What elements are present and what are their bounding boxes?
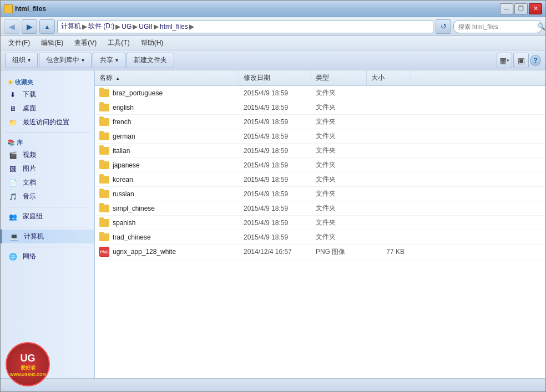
file-name-cell: trad_chinese [95,231,239,243]
folder-icon [99,233,109,241]
search-input[interactable] [458,23,535,30]
documents-icon: 📄 [7,179,18,187]
share-button[interactable]: 共享 ▾ [93,53,125,68]
file-rows: braz_portuguese 2015/4/9 18:59 文件夹 engli… [95,86,545,259]
file-name-cell: spanish [95,217,239,229]
forward-button[interactable]: ▶ [22,19,37,34]
sidebar-item-network[interactable]: 🌐 网络 [1,250,94,263]
new-folder-label: 新建文件夹 [134,55,167,65]
file-type-cell: PNG 图像 [311,245,367,259]
table-row[interactable]: german 2015/4/9 18:59 文件夹 [95,129,545,144]
file-date-cell: 2015/4/9 18:59 [239,174,311,186]
folder-icon [99,205,109,212]
file-size-cell: 77 KB [367,246,411,258]
file-name-cell: german [95,130,239,142]
recent-icon: 📁 [7,118,18,127]
restore-button[interactable]: ❐ [514,3,528,14]
sidebar-item-video[interactable]: 🎬 视频 [1,148,94,162]
menu-tools[interactable]: 工具(T) [102,36,135,50]
sidebar-documents-label: 文档 [23,178,36,187]
col-size-label: 大小 [371,74,385,82]
sidebar-network-label: 网络 [23,252,36,261]
col-header-size[interactable]: 大小 [367,70,411,85]
file-size-cell [367,192,411,196]
table-row[interactable]: french 2015/4/9 18:59 文件夹 [95,115,545,129]
window: html_files ─ ❐ ✕ ◀ ▶ ▲ 计算机 ▶ 软件 (D:) ▶ U… [0,0,546,392]
preview-pane-button[interactable]: ▣ [513,53,529,68]
organize-button[interactable]: 组织 ▾ [5,53,38,68]
folder-icon [99,219,109,227]
menu-bar: 文件(F) 编辑(E) 查看(V) 工具(T) 帮助(H) [1,36,545,50]
file-name: korean [113,176,133,184]
table-row[interactable]: japanese 2015/4/9 18:59 文件夹 [95,158,545,172]
sidebar-item-pictures[interactable]: 🖼 图片 [1,162,94,176]
table-row[interactable]: korean 2015/4/9 18:59 文件夹 [95,172,545,187]
title-folder-icon [4,4,13,13]
file-name-cell: french [95,116,239,128]
help-button[interactable]: ? [530,55,541,66]
table-row[interactable]: PNG ugnx_app_128_white 2014/12/4 16:57 P… [95,245,545,259]
sidebar-network-section: 🌐 网络 [1,250,94,263]
table-row[interactable]: simpl_chinese 2015/4/9 18:59 文件夹 [95,201,545,216]
file-name: english [113,104,134,111]
folder-icon [99,89,109,97]
table-row[interactable]: spanish 2015/4/9 18:59 文件夹 [95,216,545,230]
sidebar-favorites-title: ★ 收藏夹 [1,75,94,88]
table-row[interactable]: russian 2015/4/9 18:59 文件夹 [95,187,545,201]
path-ugii[interactable]: UGII [139,23,153,30]
menu-help[interactable]: 帮助(H) [135,36,169,50]
folder-icon [99,133,109,140]
folder-icon [99,176,109,184]
file-type-cell: 文件夹 [311,201,367,215]
path-ug[interactable]: UG [122,23,132,30]
sidebar-item-homegroup[interactable]: 👥 家庭组 [1,210,94,223]
view-details-dropdown-button[interactable]: ▦ ▾ [497,53,512,68]
file-size-cell [367,206,411,211]
table-row[interactable]: braz_portuguese 2015/4/9 18:59 文件夹 [95,86,545,100]
table-row[interactable]: italian 2015/4/9 18:59 文件夹 [95,144,545,158]
refresh-button[interactable]: ↺ [436,19,451,34]
table-row[interactable]: trad_chinese 2015/4/9 18:59 文件夹 [95,230,545,245]
file-name-cell: english [95,101,239,114]
sidebar-item-desktop[interactable]: 🖥 桌面 [1,101,94,115]
include-library-button[interactable]: 包含到库中 ▾ [39,53,92,68]
menu-file[interactable]: 文件(F) [3,36,36,50]
col-header-name[interactable]: 名称 ▲ [95,70,239,85]
address-path[interactable]: 计算机 ▶ 软件 (D:) ▶ UG ▶ UGII ▶ html_files ▶ [57,20,433,33]
close-button[interactable]: ✕ [529,3,542,14]
file-type-cell: 文件夹 [311,216,367,230]
title-bar: html_files ─ ❐ ✕ [1,1,545,17]
file-size-cell [367,134,411,139]
minimize-button[interactable]: ─ [500,3,513,14]
sidebar-homegroup-section: 👥 家庭组 [1,210,94,223]
back-button[interactable]: ◀ [4,19,19,34]
path-drive[interactable]: 软件 (D:) [88,22,114,31]
up-button[interactable]: ▲ [39,19,55,34]
sidebar-library-title: 📚 库 [1,135,94,148]
sidebar-item-downloads[interactable]: ⬇ 下载 [1,88,94,101]
path-html-files[interactable]: html_files [160,23,188,30]
menu-view[interactable]: 查看(V) [69,36,102,50]
file-size-cell [367,149,411,153]
file-type-cell: 文件夹 [311,187,367,201]
col-header-type[interactable]: 类型 [311,70,367,85]
file-name-cell: PNG ugnx_app_128_white [95,245,239,259]
path-computer[interactable]: 计算机 [61,22,81,31]
sidebar-item-documents[interactable]: 📄 文档 [1,176,94,190]
col-header-date[interactable]: 修改日期 [239,70,311,85]
preview-icon: ▣ [518,56,525,65]
homegroup-icon: 👥 [7,212,18,221]
file-name: italian [113,147,130,155]
share-label: 共享 [100,55,113,65]
menu-edit[interactable]: 编辑(E) [36,36,69,50]
sidebar-item-music[interactable]: 🎵 音乐 [1,190,94,203]
new-folder-button[interactable]: 新建文件夹 [127,53,174,68]
sidebar-item-computer[interactable]: 💻 计算机 [1,230,94,243]
sidebar-item-recent[interactable]: 📁 最近访问的位置 [1,115,94,129]
sidebar-video-label: 视频 [23,150,36,160]
table-row[interactable]: english 2015/4/9 18:59 文件夹 [95,100,545,115]
file-size-cell [367,177,411,182]
search-icon[interactable]: 🔍 [537,23,545,30]
col-name-label: 名称 [99,74,113,82]
file-date-cell: 2015/4/9 18:59 [239,87,311,99]
